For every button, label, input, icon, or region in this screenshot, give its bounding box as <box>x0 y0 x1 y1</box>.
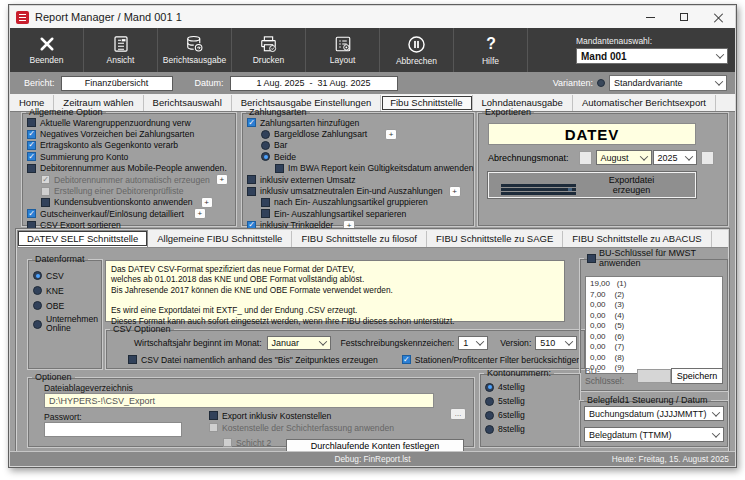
month-prev-button[interactable] <box>579 151 592 165</box>
checkbox-bu-mwst[interactable] <box>587 254 596 263</box>
datum-input[interactable] <box>230 76 398 91</box>
checkbox-inklusiv-externer-umsatz[interactable]: inklusiv externen Umsatz <box>242 174 474 185</box>
minimize-icon <box>646 17 655 18</box>
checkbox-umsatzneutrale-zahlungen[interactable]: inklusiv umsatzneutralen Ein-und Auszahl… <box>242 185 474 196</box>
radio-kne[interactable]: KNE <box>28 283 102 298</box>
abbrechen-button[interactable]: Abbrechen <box>380 28 454 72</box>
beenden-label: Beenden <box>29 55 63 65</box>
berichtsausgabe-button[interactable]: Berichtsausgabe <box>158 28 232 72</box>
window-controls <box>633 6 735 28</box>
list-item[interactable]: 0,00 (5) <box>590 321 718 332</box>
list-item[interactable]: 0,00 (7) <box>590 342 718 353</box>
drucken-button[interactable]: Drucken <box>232 28 306 72</box>
passwort-input[interactable] <box>44 422 182 437</box>
festschreibung-combobox[interactable]: 1 <box>458 336 488 350</box>
varianten-combobox[interactable]: Standardvariante <box>609 75 727 91</box>
checkbox-kostenstelle-schicht[interactable]: Kostenstelle der Schichterfassung anwend… <box>204 422 394 433</box>
mandant-combobox[interactable]: Mand 001 <box>576 48 728 64</box>
checkbox-negatives-vorzeichen[interactable]: Negatives Vorzeichen bei Zahlungsarten <box>22 128 236 139</box>
buchungsdatum-combobox[interactable]: Buchungsdatum (JJJJMMTT) <box>584 406 724 421</box>
browse-button[interactable] <box>450 408 466 420</box>
checkbox-stationen-filter[interactable]: Stationen/Profitcenter Filter berücksich… <box>378 354 581 365</box>
maximize-button[interactable] <box>667 6 701 28</box>
list-item[interactable]: 0,00 (6) <box>590 332 718 343</box>
close-button[interactable] <box>701 6 735 28</box>
minimize-button[interactable] <box>633 6 667 28</box>
radio-bargeldlose-zahlungsart[interactable]: Bargeldlose Zahlungsart <box>242 128 474 139</box>
month-next-button[interactable] <box>701 151 714 165</box>
radio-beide[interactable]: Beide <box>242 151 474 162</box>
radio-csv[interactable]: CSV <box>28 268 102 283</box>
checkbox-ertragskonto[interactable]: Ertragskonto als Gegenkonto verarb <box>22 140 236 151</box>
belegdatum-combobox[interactable]: Belegdatum (TTMM) <box>584 427 724 442</box>
checkbox-export-kostenstellen[interactable]: Export inklusiv Kostenstellen <box>204 410 331 421</box>
checkbox-gruppieren[interactable]: nach Ein- Auszahlungsartikel gruppieren <box>242 197 474 208</box>
checkbox-warengruppen[interactable]: Aktuelle Warengruppenzuordnung verw <box>22 117 236 128</box>
radio-5stellig[interactable]: 5stellig <box>480 394 580 408</box>
checkbox-bwa-report[interactable]: Im BWA Report kein Gültigkeitsdatum anwe… <box>242 163 474 174</box>
tab-allgemeine-fibu[interactable]: Allgemeine FIBU Schnittstelle <box>148 231 292 247</box>
tab-fibu-filosof[interactable]: FIBU Schnittstelle zu filosof <box>292 231 427 247</box>
tab-datev-self[interactable]: DATEV SELF Schnittstelle <box>17 230 148 247</box>
checkbox-schicht2[interactable]: Schicht 2 <box>218 437 271 448</box>
exportdatei-erzeugen-button[interactable]: Exportdatei erzeugen <box>488 172 696 198</box>
abbrechen-label: Abbrechen <box>396 56 437 66</box>
list-item[interactable]: 19,00 (1) <box>590 279 718 290</box>
radio-4stellig[interactable]: 4stellig <box>480 380 580 394</box>
version-combobox[interactable]: 510 <box>535 336 577 350</box>
radio-8stellig[interactable]: 8stellig <box>480 422 580 436</box>
chevron-down-icon <box>476 337 484 345</box>
bericht-input[interactable] <box>61 76 173 91</box>
beenden-button[interactable]: Beenden <box>10 28 84 72</box>
jahr-value: 2025 <box>658 153 678 163</box>
bu-listbox[interactable]: 19,00 (1)7,00 (2)0,00 (3)0,00 (4)0,00 (5… <box>585 276 723 374</box>
list-item[interactable]: 0,00 (3) <box>590 300 718 311</box>
plus-button[interactable] <box>385 129 397 140</box>
varianten-label: Varianten: <box>553 78 593 88</box>
tab-fibu-abacus[interactable]: FIBU Schnittstelle zu ABACUS <box>563 231 711 247</box>
checkbox-debitorennummer-mobile[interactable]: Debitorennummer aus Mobile-People anwend… <box>22 163 236 174</box>
fibu-tabstrip: DATEV SELF Schnittstelle Allgemeine FIBU… <box>17 230 728 248</box>
checkbox-separieren[interactable]: Ein- Auszahlungsartikel separieren <box>242 208 474 219</box>
checkbox-gutscheinverkauf[interactable]: Gutscheinverkauf/Einlösung detailliert <box>22 208 236 219</box>
radio-unternehmen-online[interactable]: Unternehmen Online <box>28 313 102 335</box>
list-item[interactable]: 0,00 (4) <box>590 311 718 322</box>
checkbox-icon <box>223 438 232 447</box>
varianten-radio[interactable] <box>597 79 605 87</box>
tab-fibu-sage[interactable]: FIBU Schnittstelle zu SAGE <box>427 231 563 247</box>
list-item[interactable]: 0,00 (8) <box>590 353 718 364</box>
dateiablage-path-field[interactable]: D:\HYPERS-!\CSV_Export <box>44 393 434 408</box>
wirtschaftsjahr-combobox[interactable]: Januar <box>267 336 331 350</box>
plus-button[interactable] <box>216 174 228 185</box>
list-item[interactable]: 7,00 (2) <box>590 290 718 301</box>
question-mark-icon: ? <box>482 35 500 54</box>
monat-combobox[interactable]: August <box>596 150 652 165</box>
mandant-label: Mandantenauswahl: <box>576 36 728 46</box>
speichern-button[interactable]: Speichern <box>671 368 723 384</box>
checkbox-kundensubventionskonto[interactable]: Kundensubventionskonto anwenden <box>22 197 236 208</box>
checkbox-debitorennummer-auto[interactable]: Debitorennummer automatisch erzeugen <box>22 174 236 185</box>
hilfe-button[interactable]: ? Hilfe <box>454 28 528 72</box>
radio-6stellig[interactable]: 6stellig <box>480 408 580 422</box>
checkbox-icon <box>261 209 270 218</box>
ansicht-button[interactable]: Ansicht <box>84 28 158 72</box>
plus-button[interactable] <box>194 208 206 219</box>
checkbox-summierung[interactable]: Summierung pro Konto <box>22 151 236 162</box>
radio-bar[interactable]: Bar <box>242 140 474 151</box>
layout-button[interactable]: Layout <box>306 28 380 72</box>
plus-button[interactable] <box>201 197 213 208</box>
chevron-down-icon <box>716 50 724 58</box>
bu-schluessel-input[interactable] <box>637 369 671 383</box>
checkbox-icon <box>27 141 36 150</box>
status-bar: Debug: FinReport.lst Heute: Freitag, 15.… <box>10 451 735 466</box>
checkbox-debitorenpruefliste[interactable]: Erstellung einer Debitorenprüfliste <box>22 185 236 196</box>
plus-button[interactable] <box>449 186 461 197</box>
jahr-combobox[interactable]: 2025 <box>653 150 697 165</box>
pause-circle-icon <box>407 35 426 54</box>
database-export-icon <box>185 35 204 53</box>
radio-icon <box>485 425 494 434</box>
radio-icon <box>33 271 42 280</box>
checkbox-zahlungsarten-hinzufuegen[interactable]: Zahlungsarten hinzufügen <box>242 117 474 128</box>
checkbox-csv-bis-zeitpunkt[interactable]: CSV Datei namentlich anhand des "Bis" Ze… <box>110 354 378 365</box>
radio-obe[interactable]: OBE <box>28 298 102 313</box>
